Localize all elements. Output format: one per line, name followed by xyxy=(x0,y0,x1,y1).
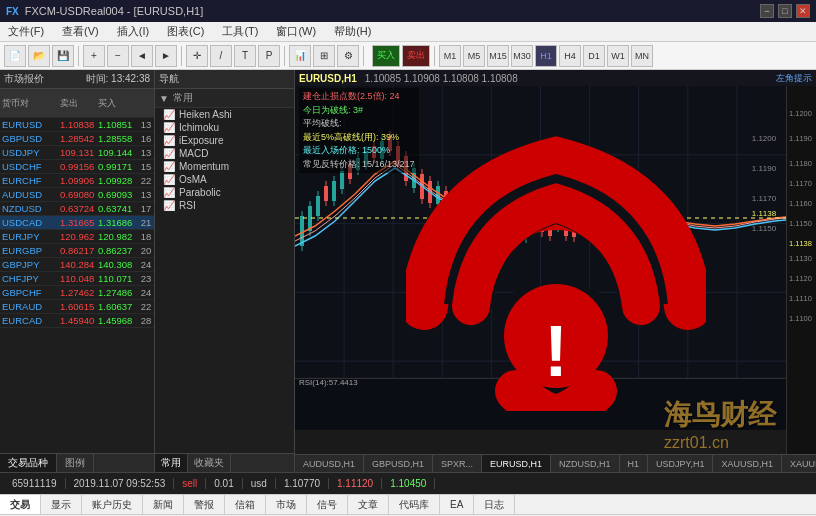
tab-journal[interactable]: 日志 xyxy=(474,495,515,514)
tab-display[interactable]: 显示 xyxy=(41,495,82,514)
menu-view[interactable]: 查看(V) xyxy=(58,24,103,39)
chart-tab-nzdusd[interactable]: NZDUSD,H1 xyxy=(551,455,620,472)
tool-mn[interactable]: MN xyxy=(631,45,653,67)
tab-codebase[interactable]: 代码库 xyxy=(389,495,440,514)
list-item[interactable]: EURCAD 1.45940 1.45968 28 13:42:38 xyxy=(0,314,154,328)
nav-item-momentum[interactable]: 📈 Momentum xyxy=(155,160,294,173)
tool-options[interactable]: ⚙ xyxy=(337,45,359,67)
svg-text:1.1120: 1.1120 xyxy=(789,274,812,283)
chart-tab-xauusd1[interactable]: XAUUSD,H1 xyxy=(713,455,782,472)
tool-w1[interactable]: W1 xyxy=(607,45,629,67)
tool-period[interactable]: P xyxy=(258,45,280,67)
tool-crosshair[interactable]: ✛ xyxy=(186,45,208,67)
chart-symbol-title: EURUSD,H1 xyxy=(299,73,357,84)
tab-symbols[interactable]: 交易品种 xyxy=(0,454,57,472)
list-item[interactable]: GBPUSD 1.28542 1.28558 16 13:42:38 xyxy=(0,132,154,146)
list-item[interactable]: EURJPY 120.962 120.982 18 13:42:38 xyxy=(0,230,154,244)
navigator-header: 导航 xyxy=(155,70,294,89)
chart-tab-eurusd[interactable]: EURUSD,H1 xyxy=(482,455,551,472)
tool-zoom-out[interactable]: − xyxy=(107,45,129,67)
tab-mailbox[interactable]: 信箱 xyxy=(225,495,266,514)
list-item[interactable]: USDCHF 0.99156 0.99171 15 13:42:38 xyxy=(0,160,154,174)
nav-item-parabolic[interactable]: 📈 Parabolic xyxy=(155,186,294,199)
maximize-button[interactable]: □ xyxy=(778,4,792,18)
list-item[interactable]: GBPCHF 1.27462 1.27486 24 13:42:38 xyxy=(0,286,154,300)
order-symbol: usd xyxy=(243,478,276,489)
tool-line[interactable]: / xyxy=(210,45,232,67)
tool-zoom-in[interactable]: + xyxy=(83,45,105,67)
order-tp: 1.10450 xyxy=(382,478,435,489)
menu-insert[interactable]: 插入(I) xyxy=(113,24,153,39)
tool-new[interactable]: 📄 xyxy=(4,45,26,67)
tool-m30[interactable]: M30 xyxy=(511,45,533,67)
nav-item-iexposure[interactable]: 📈 iExposure xyxy=(155,134,294,147)
minimize-button[interactable]: − xyxy=(760,4,774,18)
tool-scroll-left[interactable]: ◄ xyxy=(131,45,153,67)
nav-item-rsi[interactable]: 📈 RSI xyxy=(155,199,294,212)
tool-open[interactable]: 📂 xyxy=(28,45,50,67)
nav-item-macd[interactable]: 📈 MACD xyxy=(155,147,294,160)
chart-tab-gbpusd[interactable]: GBPUSD,H1 xyxy=(364,455,433,472)
tool-d1[interactable]: D1 xyxy=(583,45,605,67)
close-button[interactable]: ✕ xyxy=(796,4,810,18)
tab-account-history[interactable]: 账户历史 xyxy=(82,495,143,514)
list-item[interactable]: EURGBP 0.86217 0.86237 20 13:42:38 xyxy=(0,244,154,258)
list-item[interactable]: USDJPY 109.131 109.144 13 13:42:38 xyxy=(0,146,154,160)
tool-h1[interactable]: H1 xyxy=(535,45,557,67)
menu-tools[interactable]: 工具(T) xyxy=(218,24,262,39)
tool-text[interactable]: T xyxy=(234,45,256,67)
chart-tab-spx[interactable]: SPXR... xyxy=(433,455,482,472)
svg-text:1.1180: 1.1180 xyxy=(789,159,812,168)
list-item[interactable]: USDCAD 1.31665 1.31686 21 13:42:38 xyxy=(0,216,154,230)
chart-tab-audusd[interactable]: AUDUSD,H1 xyxy=(295,455,364,472)
nav-item-ichimoku[interactable]: 📈 Ichimoku xyxy=(155,121,294,134)
tool-scroll-right[interactable]: ► xyxy=(155,45,177,67)
tool-templates[interactable]: ⊞ xyxy=(313,45,335,67)
indicator-icon: 📈 xyxy=(163,148,175,159)
tab-navigator-favorites[interactable]: 收藏夹 xyxy=(188,454,231,472)
indicator-icon: 📈 xyxy=(163,174,175,185)
menu-help[interactable]: 帮助(H) xyxy=(330,24,375,39)
tool-m5[interactable]: M5 xyxy=(463,45,485,67)
tool-sell[interactable]: 卖出 xyxy=(402,45,430,67)
tab-articles[interactable]: 文章 xyxy=(348,495,389,514)
tab-market[interactable]: 市场 xyxy=(266,495,307,514)
watermark-line1: 海鸟财经 xyxy=(664,396,776,434)
tool-buy[interactable]: 买入 xyxy=(372,45,400,67)
menu-file[interactable]: 文件(F) xyxy=(4,24,48,39)
tool-m15[interactable]: M15 xyxy=(487,45,509,67)
market-watch-title: 市场报价 xyxy=(4,72,82,86)
nav-item-osma[interactable]: 📈 OsMA xyxy=(155,173,294,186)
chart-tab-xauusd2[interactable]: XAUUSD,H1 xyxy=(782,455,816,472)
menu-window[interactable]: 窗口(W) xyxy=(272,24,320,39)
toolbar-separator-5 xyxy=(434,46,435,66)
chart-tab-h1[interactable]: H1 xyxy=(620,455,649,472)
info-line-3: 最近5%高破线(用): 39% xyxy=(303,131,415,145)
tab-navigator-common[interactable]: 常用 xyxy=(155,454,188,472)
list-item[interactable]: CHFJPY 110.048 110.071 23 13:42:35 xyxy=(0,272,154,286)
navigator-folder[interactable]: ▼ 常用 xyxy=(155,89,294,108)
tool-m1[interactable]: M1 xyxy=(439,45,461,67)
tab-news[interactable]: 新闻 xyxy=(143,495,184,514)
menu-chart[interactable]: 图表(C) xyxy=(163,24,208,39)
list-item[interactable]: AUDUSD 0.69080 0.69093 13 13:42:38 xyxy=(0,188,154,202)
list-item[interactable]: EURCHF 1.09906 1.09928 22 13:42:38 xyxy=(0,174,154,188)
tab-trade[interactable]: 交易 xyxy=(0,495,41,514)
svg-text:1.1130: 1.1130 xyxy=(789,254,812,263)
list-item[interactable]: EURAUD 1.60615 1.60637 22 13:42:37 xyxy=(0,300,154,314)
nav-item-heiken-ashi[interactable]: 📈 Heiken Ashi xyxy=(155,108,294,121)
svg-text:1.1110: 1.1110 xyxy=(789,294,812,303)
list-item[interactable]: GBPJPY 140.284 140.308 24 13:42:38 xyxy=(0,258,154,272)
tab-ea[interactable]: EA xyxy=(440,495,474,514)
tab-alerts[interactable]: 警报 xyxy=(184,495,225,514)
tool-h4[interactable]: H4 xyxy=(559,45,581,67)
list-item[interactable]: EURUSD 1.10838 1.10851 13 13:42:38 xyxy=(0,118,154,132)
tool-indicators[interactable]: 📊 xyxy=(289,45,311,67)
chart-tab-usdjpy[interactable]: USDJPY,H1 xyxy=(648,455,713,472)
watermark-line2: zzrt01.cn xyxy=(664,434,776,452)
list-item[interactable]: NZDUSD 0.63724 0.63741 17 13:42:38 xyxy=(0,202,154,216)
nav-item-label: OsMA xyxy=(179,174,207,185)
tool-save[interactable]: 💾 xyxy=(52,45,74,67)
tab-legend[interactable]: 图例 xyxy=(57,454,94,472)
tab-signals[interactable]: 信号 xyxy=(307,495,348,514)
